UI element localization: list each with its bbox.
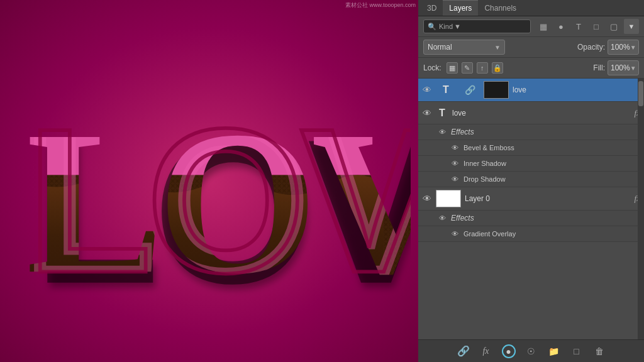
fill-row: Fill: 100% ▼	[593, 60, 639, 75]
layer-link-icon: 🔗	[460, 81, 480, 99]
canvas-area: LOV LOV LOV LOV 素材公社 www.too	[0, 0, 418, 362]
layers-scrollbar[interactable]	[638, 79, 644, 339]
layer-name-love: love	[452, 109, 631, 118]
search-box[interactable]: 🔍 Kind ▼	[423, 19, 531, 33]
effect-name-drop-shadow: Drop Shadow	[464, 175, 506, 183]
opacity-chevron: ▼	[630, 44, 636, 51]
blend-row: Normal ▼ Opacity: 100% ▼	[418, 37, 644, 58]
effects-header-love: 👁 Effects	[418, 124, 644, 140]
effect-gradient-overlay[interactable]: 👁 Gradient Overlay	[418, 226, 644, 242]
layer-item-love-selected[interactable]: 👁 T 🔗 love	[418, 79, 644, 102]
link-layers-icon[interactable]: 🔗	[457, 344, 470, 358]
eye-layer0-icon[interactable]: 👁	[422, 194, 432, 204]
filter-text-icon[interactable]: T	[572, 20, 585, 33]
effect-name-bevel: Bevel & Emboss	[464, 144, 514, 151]
effect-name-inner-shadow: Inner Shadow	[464, 160, 506, 167]
eye-gradient-icon[interactable]: 👁	[450, 229, 460, 239]
layer-item-layer0[interactable]: 👁 Layer 0 fx	[418, 187, 644, 211]
layer-item-love[interactable]: 👁 T love fx	[418, 102, 644, 124]
new-group-icon[interactable]: 📁	[547, 344, 561, 358]
tab-channels[interactable]: Channels	[478, 0, 523, 16]
effect-bevel-emboss[interactable]: 👁 Bevel & Emboss	[418, 140, 644, 156]
kind-dropdown[interactable]: Kind ▼	[439, 23, 461, 30]
filter-image-icon[interactable]: ▦	[537, 20, 550, 33]
fill-label: Fill:	[593, 63, 605, 72]
layer-type-icon: T	[436, 81, 456, 99]
effects-label-layer0: Effects	[451, 214, 474, 222]
effect-inner-shadow[interactable]: 👁 Inner Shadow	[418, 156, 644, 172]
eye-bevel-icon[interactable]: 👁	[450, 143, 460, 153]
layer0-thumbnail	[436, 190, 461, 207]
eye-effects-layer0-icon[interactable]: 👁	[437, 213, 447, 223]
tab-layers[interactable]: Layers	[443, 0, 478, 16]
layers-panel: 3D Layers Channels 🔍 Kind ▼ ▦ ● T □ ▢ ▼ …	[418, 0, 644, 362]
new-layer-icon[interactable]: □	[570, 344, 584, 358]
filter-toggle[interactable]: ▼	[624, 19, 639, 34]
filter-smartobject-icon[interactable]: ▢	[608, 20, 620, 33]
layer-fx-icon[interactable]: fx	[479, 344, 493, 358]
lock-transparent-btn[interactable]: ▦	[447, 62, 458, 74]
eye-effects-icon[interactable]: 👁	[437, 127, 447, 137]
scrollbar-thumb[interactable]	[638, 81, 643, 106]
tab-3d[interactable]: 3D	[421, 0, 443, 16]
opacity-input[interactable]: 100% ▼	[608, 40, 639, 55]
lock-image-btn[interactable]: ✎	[462, 62, 473, 74]
filter-shape-icon[interactable]: □	[590, 20, 602, 33]
eye-drop-shadow-icon[interactable]: 👁	[450, 174, 460, 184]
lock-position-btn[interactable]: ↑	[477, 62, 488, 74]
svg-text:LOV: LOV	[26, 85, 410, 315]
eye-visibility-love-icon[interactable]: 👁	[422, 108, 432, 118]
new-fill-adjustment-icon[interactable]: ●	[502, 344, 516, 358]
lock-icons: ▦ ✎ ↑ 🔒	[447, 62, 503, 74]
opacity-label: Opacity:	[577, 43, 605, 52]
fill-chevron: ▼	[630, 65, 636, 72]
tabs-row: 3D Layers Channels	[418, 0, 644, 16]
text-type-icon: T	[436, 107, 448, 119]
blend-mode-select[interactable]: Normal ▼	[423, 40, 505, 55]
delete-layer-icon[interactable]: 🗑	[592, 344, 606, 358]
effect-name-gradient: Gradient Overlay	[464, 230, 516, 238]
layer-thumbnail-love-selected	[484, 81, 509, 99]
layer-name-love-selected: love	[513, 85, 640, 94]
layer-name-layer0: Layer 0	[465, 194, 631, 203]
filter-adjust-icon[interactable]: ●	[555, 20, 567, 33]
watermark: 素材公社 www.tooopen.com	[345, 1, 416, 9]
adjustment-layer-icon[interactable]: ☉	[525, 344, 538, 358]
eye-visibility-icon[interactable]: 👁	[422, 85, 432, 95]
effects-label-love: Effects	[451, 128, 474, 136]
opacity-row: Opacity: 100% ▼	[577, 40, 639, 55]
bottom-toolbar: 🔗 fx ● ☉ 📁 □ 🗑	[418, 339, 644, 362]
filter-icons: ▦ ● T □ ▢	[537, 20, 620, 33]
search-icon: 🔍	[428, 23, 436, 31]
effect-drop-shadow[interactable]: 👁 Drop Shadow	[418, 172, 644, 187]
lock-label: Lock:	[423, 63, 441, 72]
search-row: 🔍 Kind ▼ ▦ ● T □ ▢ ▼	[418, 16, 644, 37]
blend-chevron: ▼	[494, 44, 501, 51]
lock-row: Lock: ▦ ✎ ↑ 🔒 Fill: 100% ▼	[418, 58, 644, 79]
fill-input[interactable]: 100% ▼	[608, 60, 639, 75]
effects-header-layer0: 👁 Effects	[418, 211, 644, 226]
lock-all-btn[interactable]: 🔒	[492, 62, 503, 74]
eye-inner-shadow-icon[interactable]: 👁	[450, 158, 460, 168]
kind-chevron: ▼	[454, 23, 461, 30]
layers-list: 👁 T 🔗 love 👁 T love fx 👁 Effects 👁 Bevel…	[418, 79, 644, 339]
